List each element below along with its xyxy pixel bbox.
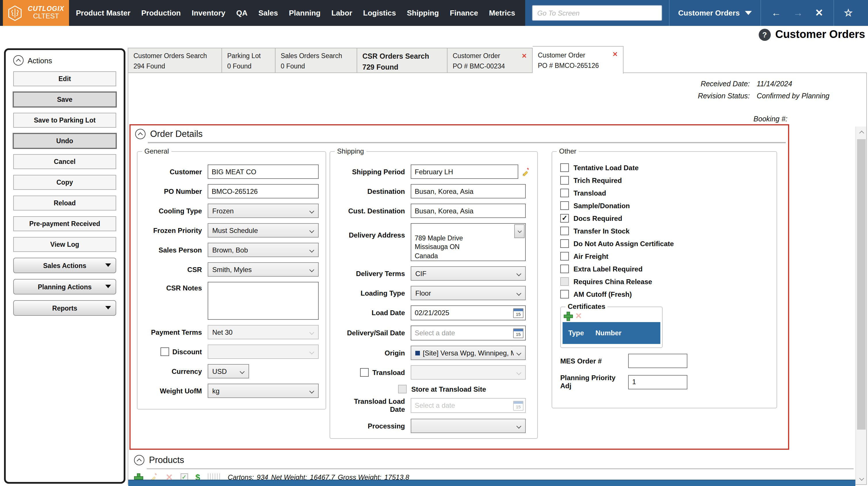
tab-customer-orders-search[interactable]: Customer Orders Search 294 Found xyxy=(128,48,222,73)
transload-load-date-placeholder: Select a date xyxy=(415,401,455,409)
save-button[interactable]: Save xyxy=(13,92,116,107)
extra-label-required-checkbox[interactable]: ✓ xyxy=(560,265,569,273)
tab-close-icon[interactable]: ✕ xyxy=(613,50,618,59)
reload-button[interactable]: Reload xyxy=(13,195,116,211)
back-icon[interactable]: ← xyxy=(771,7,781,19)
docs-required-checkbox[interactable]: ✓ xyxy=(560,214,569,222)
scroll-down-button[interactable] xyxy=(856,473,867,484)
other-legend: Other xyxy=(557,147,579,155)
go-to-screen-input[interactable] xyxy=(532,5,662,21)
menu-sales[interactable]: Sales xyxy=(258,9,278,17)
forward-icon[interactable]: → xyxy=(793,7,803,19)
mes-order-input[interactable] xyxy=(628,354,687,368)
extra-label-required-label: Extra Label Required xyxy=(574,265,643,273)
transload-other-checkbox[interactable]: ✓ xyxy=(560,189,569,197)
collapse-products-icon[interactable] xyxy=(134,455,144,465)
shipping-period-input[interactable] xyxy=(411,164,518,179)
transfer-in-stock-checkbox[interactable]: ✓ xyxy=(560,226,569,235)
load-date-input[interactable]: 02/21/2025 15 xyxy=(411,305,526,321)
edit-shipping-period-icon[interactable] xyxy=(522,168,530,176)
menu-metrics[interactable]: Metrics xyxy=(489,9,515,17)
sales-actions-menu-button[interactable]: Sales Actions xyxy=(13,258,116,273)
air-freight-checkbox[interactable]: ✓ xyxy=(560,252,569,261)
add-certificate-icon[interactable] xyxy=(564,312,572,320)
tab-customer-order-bmco-265126[interactable]: Customer Order PO # BMCO-265126 ✕ xyxy=(533,46,623,73)
cancel-button[interactable]: Cancel xyxy=(13,154,116,169)
scrollbar-thumb[interactable] xyxy=(857,139,866,430)
close-screen-icon[interactable]: ✕ xyxy=(815,7,824,19)
scroll-up-button[interactable] xyxy=(856,126,867,138)
menu-labor[interactable]: Labor xyxy=(331,9,352,17)
reports-menu-button[interactable]: Reports xyxy=(13,300,116,316)
chevron-down-icon xyxy=(309,389,314,394)
cust-destination-input[interactable] xyxy=(411,204,526,218)
calendar-icon[interactable]: 15 xyxy=(513,308,523,318)
planning-priority-adj-input[interactable] xyxy=(628,375,687,389)
payment-terms-select: Net 30 xyxy=(208,325,319,339)
frozen-priority-select[interactable]: Must Schedule xyxy=(208,223,319,238)
csr-notes-label: CSR Notes xyxy=(144,282,208,292)
planning-priority-adj-label: Planning Priority Adj xyxy=(560,374,628,390)
undo-button[interactable]: Undo xyxy=(13,133,116,148)
menu-production[interactable]: Production xyxy=(141,9,181,17)
favorite-star-icon[interactable]: ☆ xyxy=(844,7,853,19)
csr-label: CSR xyxy=(144,266,208,273)
help-icon[interactable]: ? xyxy=(758,28,771,40)
copy-button[interactable]: Copy xyxy=(13,175,116,190)
pre-payment-received-button[interactable]: Pre-payment Received xyxy=(13,216,116,231)
delete-certificate-icon[interactable]: ✕ xyxy=(575,312,582,320)
destination-input[interactable] xyxy=(411,184,526,199)
planning-actions-menu-button[interactable]: Planning Actions xyxy=(13,279,116,295)
menu-shipping[interactable]: Shipping xyxy=(407,9,439,17)
po-number-input[interactable] xyxy=(208,184,319,199)
menu-product-master[interactable]: Product Master xyxy=(76,9,130,17)
calendar-icon[interactable]: 15 xyxy=(513,328,523,338)
csr-select[interactable]: Smith, Myles xyxy=(208,262,319,277)
app-logo[interactable]: CUTLOGIX CLTEST xyxy=(3,0,69,26)
menu-finance[interactable]: Finance xyxy=(450,9,478,17)
delivery-sail-date-input[interactable]: Select a date 15 xyxy=(411,326,526,340)
tab-parking-lot[interactable]: Parking Lot 0 Found xyxy=(222,48,276,73)
collapse-order-details-icon[interactable] xyxy=(135,129,146,139)
weight-uofm-select[interactable]: kg xyxy=(208,384,319,398)
other-group: Other ✓Tentative Load Date ✓Trich Requir… xyxy=(552,151,777,408)
am-cutoff-fresh-checkbox[interactable]: ✓ xyxy=(560,290,569,299)
tab-sales-orders-search[interactable]: Sales Orders Search 0 Found xyxy=(276,48,357,73)
menu-planning[interactable]: Planning xyxy=(289,9,321,17)
view-log-button[interactable]: View Log xyxy=(13,237,116,252)
delivery-terms-value: CIF xyxy=(415,269,427,277)
delivery-terms-label: Delivery Terms xyxy=(337,269,411,277)
menu-qa[interactable]: QA xyxy=(237,9,248,17)
trich-required-checkbox[interactable]: ✓ xyxy=(560,176,569,185)
certificates-type-column: Type xyxy=(568,329,584,337)
collapse-actions-icon[interactable] xyxy=(13,55,24,66)
cust-destination-label: Cust. Destination xyxy=(337,207,411,215)
delivery-terms-select[interactable]: CIF xyxy=(411,266,526,281)
save-to-parking-lot-button[interactable]: Save to Parking Lot xyxy=(13,113,116,128)
loading-type-select[interactable]: Floor xyxy=(411,286,526,300)
cooling-type-select[interactable]: Frozen xyxy=(208,204,319,218)
customer-input[interactable] xyxy=(208,164,319,179)
tab-customer-order-bmc-00234[interactable]: Customer Order PO # BMC-00234 ✕ xyxy=(447,48,533,73)
transload-checkbox[interactable]: ✓ xyxy=(360,368,369,377)
edit-button[interactable]: Edit xyxy=(13,71,116,86)
menu-inventory[interactable]: Inventory xyxy=(192,9,225,17)
tab-csr-orders-search[interactable]: CSR Orders Search 729 Found xyxy=(357,48,447,73)
discount-checkbox[interactable]: ✓ xyxy=(160,347,169,356)
chevron-down-icon xyxy=(105,264,111,267)
csr-notes-textarea[interactable] xyxy=(208,282,319,320)
screen-selector-dropdown[interactable]: Customer Orders xyxy=(670,0,761,26)
vertical-scrollbar[interactable] xyxy=(855,126,866,484)
currency-select[interactable]: USD xyxy=(208,364,249,378)
delivery-address-box[interactable]: 789 Maple Drive Missisauga ON Canada L4T… xyxy=(411,223,526,261)
origin-select[interactable]: [Site] Versa Wpg, Winnipeg, Ma xyxy=(411,346,526,360)
processing-select[interactable] xyxy=(411,419,526,433)
tentative-load-date-checkbox[interactable]: ✓ xyxy=(560,163,569,172)
delivery-address-dropdown-button[interactable] xyxy=(514,224,525,238)
tab-close-icon[interactable]: ✕ xyxy=(522,51,527,61)
sales-person-select[interactable]: Brown, Bob xyxy=(208,243,319,257)
menu-logistics[interactable]: Logistics xyxy=(363,9,396,17)
sample-donation-checkbox[interactable]: ✓ xyxy=(560,201,569,210)
tab-result-count: 0 Found xyxy=(281,62,351,72)
do-not-auto-assign-certificate-checkbox[interactable]: ✓ xyxy=(560,239,569,248)
